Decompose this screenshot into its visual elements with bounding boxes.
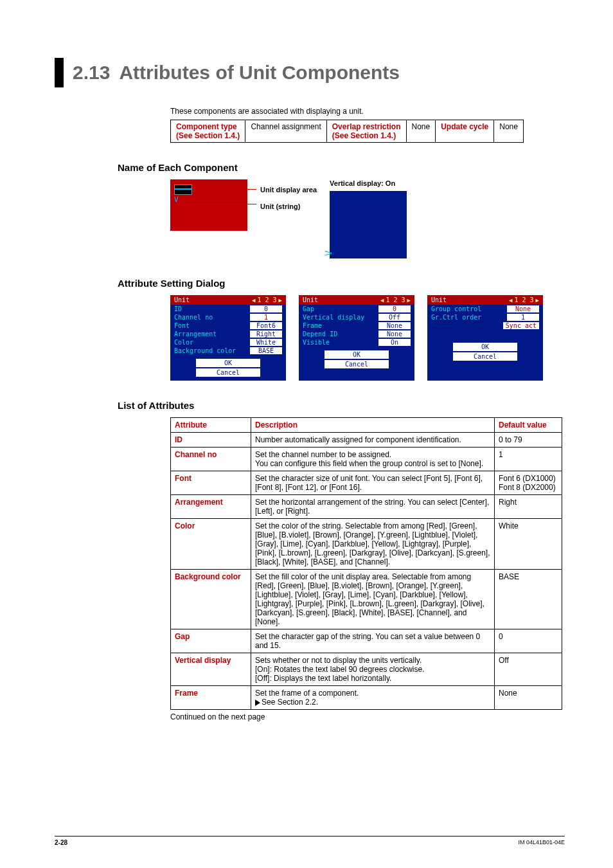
- paginator-icon: ◀1 2 3▶: [252, 296, 282, 303]
- unit-string-label: Unit (string): [260, 203, 317, 210]
- page-number: 2-28: [55, 839, 67, 846]
- attr-name: Arrangement: [171, 495, 251, 519]
- doc-code: IM 04L41B01-04E: [518, 839, 565, 846]
- attr-description: Set the color of the string. Selectable …: [251, 519, 495, 570]
- table-row: ColorSet the color of the string. Select…: [171, 519, 562, 570]
- col-default: Default value: [495, 418, 562, 433]
- channel-assignment-cell: Channel assignment: [245, 120, 326, 143]
- unit-display-area-label: Unit display area: [260, 186, 317, 194]
- table-row: Vertical displaySets whether or not to d…: [171, 653, 562, 686]
- subheading-attribute-dialog: Attribute Setting Dialog: [118, 278, 565, 289]
- dialog-title: Unit: [303, 296, 318, 303]
- subheading-list-of-attributes: List of Attributes: [118, 400, 565, 411]
- dialog-title: Unit: [431, 296, 447, 303]
- table-row: FrameSet the frame of a component.See Se…: [171, 686, 562, 710]
- attr-name: Background color: [171, 570, 251, 629]
- update-cycle-header: Update cycle: [436, 120, 494, 143]
- attr-name: Vertical display: [171, 653, 251, 686]
- component-type-header: Component type (See Section 1.4.): [171, 120, 245, 143]
- vertical-unit-panel: V: [330, 191, 407, 258]
- table-row: Channel noSet the channel number to be a…: [171, 448, 562, 471]
- attr-name: Channel no: [171, 448, 251, 471]
- attr-description: Set the frame of a component.See Section…: [251, 686, 495, 710]
- paginator-icon: ◀1 2 3▶: [380, 296, 411, 303]
- section-number: 2.13: [73, 62, 110, 84]
- section-title: Attributes of Unit Components: [119, 62, 400, 84]
- table-row: ArrangementSet the horizontal arrangemen…: [171, 495, 562, 519]
- attr-default: BASE: [495, 570, 562, 629]
- table-row: IDNumber automatically assigned for comp…: [171, 433, 562, 448]
- attr-default: 0: [495, 629, 562, 653]
- attr-default: White: [495, 519, 562, 570]
- attr-default: 1: [495, 448, 562, 471]
- ok-button[interactable]: OK: [453, 343, 517, 351]
- attr-default: 0 to 79: [495, 433, 562, 448]
- attr-description: Set the character gap of the string. You…: [251, 629, 495, 653]
- attribute-dialog-1: Unit ◀1 2 3▶ ID0 Channel no1 FontFont6 A…: [170, 295, 286, 381]
- cancel-button[interactable]: Cancel: [324, 360, 389, 368]
- attributes-table: Attribute Description Default value IDNu…: [170, 417, 562, 710]
- attr-name: Font: [171, 471, 251, 495]
- continued-text: Continued on the next page: [170, 712, 565, 721]
- cancel-button[interactable]: Cancel: [453, 352, 517, 361]
- paginator-icon: ◀1 2 3▶: [509, 296, 539, 303]
- ok-button[interactable]: OK: [196, 359, 260, 367]
- table-row: GapSet the character gap of the string. …: [171, 629, 562, 653]
- dialog-title: Unit: [174, 296, 190, 303]
- component-type-table: Component type (See Section 1.4.) Channe…: [170, 120, 524, 143]
- cancel-button[interactable]: Cancel: [196, 368, 260, 377]
- attr-description: Sets whether or not to display the units…: [251, 653, 495, 686]
- attr-description: Set the channel number to be assigned.Yo…: [251, 448, 495, 471]
- overlap-restriction-header: Overlap restriction (See Section 1.4.): [326, 120, 406, 143]
- overlap-restriction-value: None: [406, 120, 436, 143]
- ok-button[interactable]: OK: [324, 350, 389, 359]
- intro-text: These components are associated with dis…: [170, 107, 565, 116]
- dialog-row: Unit ◀1 2 3▶ ID0 Channel no1 FontFont6 A…: [170, 295, 565, 381]
- attr-description: Set the fill color of the unit display a…: [251, 570, 495, 629]
- subheading-name-of-each: Name of Each Component: [118, 162, 565, 173]
- update-cycle-value: None: [494, 120, 524, 143]
- attr-name: ID: [171, 433, 251, 448]
- attribute-dialog-2: Unit ◀1 2 3▶ Gap0 Vertical displayOff Fr…: [299, 295, 414, 381]
- attr-description: Number automatically assigned for compon…: [251, 433, 495, 448]
- table-row: FontSet the character size of unit font.…: [171, 471, 562, 495]
- attr-default: None: [495, 686, 562, 710]
- attr-name: Color: [171, 519, 251, 570]
- table-row: Background colorSet the fill color of th…: [171, 570, 562, 629]
- col-description: Description: [251, 418, 495, 433]
- page-footer: 2-28 IM 04L41B01-04E: [55, 836, 565, 846]
- component-label-column: Unit display area Unit (string): [260, 179, 317, 210]
- heading-bar: [55, 58, 64, 87]
- attr-default: Font 6 (DX1000)Font 8 (DX2000): [495, 471, 562, 495]
- col-attribute: Attribute: [171, 418, 251, 433]
- attr-name: Gap: [171, 629, 251, 653]
- attr-description: Set the horizontal arrangement of the st…: [251, 495, 495, 519]
- attr-default: Off: [495, 653, 562, 686]
- attr-description: Set the character size of unit font. You…: [251, 471, 495, 495]
- vertical-display-on-label: Vertical display: On: [330, 179, 407, 187]
- attribute-dialog-3: Unit ◀1 2 3▶ Group controlNone Gr.Ctrl o…: [427, 295, 543, 381]
- section-heading: 2.13 Attributes of Unit Components: [55, 58, 565, 87]
- attr-default: Right: [495, 495, 562, 519]
- horizontal-unit-panel: V: [170, 179, 247, 231]
- triangle-icon: [255, 700, 260, 706]
- attr-name: Frame: [171, 686, 251, 710]
